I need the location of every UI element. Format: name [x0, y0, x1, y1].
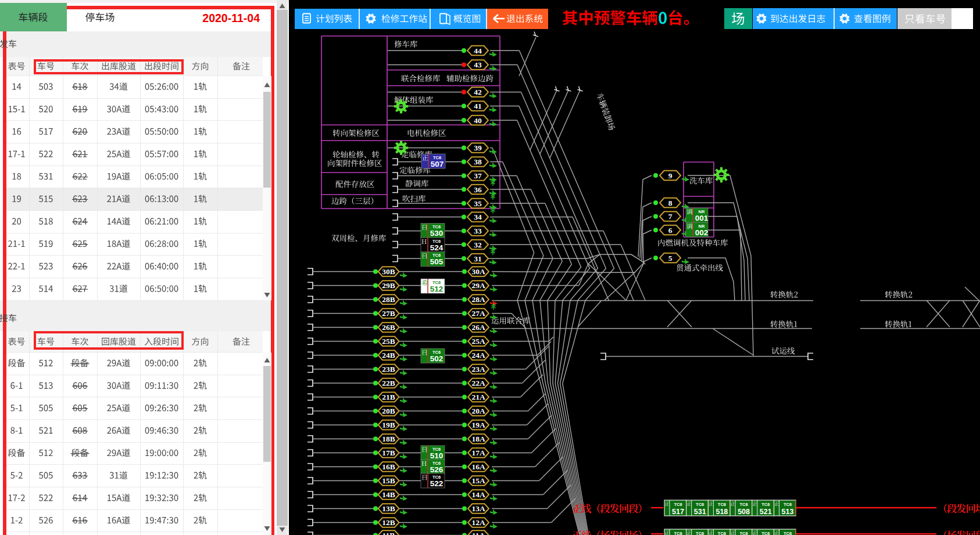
svg-text:15B: 15B [382, 476, 395, 485]
svg-text:13A: 13A [471, 504, 485, 513]
svg-text:TC6: TC6 [761, 531, 770, 535]
svg-text:23B: 23B [382, 365, 395, 374]
svg-text:24B: 24B [382, 351, 395, 360]
svg-text:TC6: TC6 [740, 502, 748, 507]
svg-text:27A: 27A [471, 309, 485, 318]
svg-text:002: 002 [695, 228, 709, 237]
svg-text:34: 34 [474, 213, 482, 221]
svg-text:19A: 19A [471, 421, 485, 429]
svg-text:517: 517 [672, 508, 684, 516]
svg-text:6: 6 [668, 226, 673, 235]
svg-text:21B: 21B [382, 393, 395, 401]
svg-text:22A: 22A [471, 379, 485, 387]
svg-text:13B: 13B [382, 504, 395, 513]
svg-text:508: 508 [738, 508, 750, 516]
svg-text:510: 510 [430, 451, 443, 460]
svg-text:14A: 14A [471, 490, 485, 499]
svg-text:39: 39 [474, 143, 482, 152]
svg-text:TC6: TC6 [674, 531, 682, 535]
svg-text:502: 502 [430, 354, 443, 363]
svg-text:31: 31 [474, 254, 482, 263]
svg-text:42: 42 [474, 88, 482, 96]
svg-text:505: 505 [430, 257, 443, 266]
svg-text:16B: 16B [382, 462, 395, 471]
svg-text:TC6: TC6 [784, 531, 792, 535]
svg-text:20A: 20A [471, 407, 485, 415]
svg-text:512: 512 [430, 285, 443, 293]
svg-text:17A: 17A [471, 448, 485, 457]
svg-text:TC6: TC6 [740, 531, 748, 535]
svg-text:TC6: TC6 [674, 502, 682, 507]
svg-text:TC6: TC6 [784, 502, 792, 507]
svg-text:25B: 25B [382, 337, 395, 346]
svg-text:30A: 30A [471, 267, 485, 276]
svg-text:518: 518 [716, 508, 728, 516]
svg-text:27B: 27B [382, 309, 395, 318]
svg-text:26A: 26A [471, 323, 485, 332]
svg-text:TC6: TC6 [718, 531, 726, 535]
svg-text:35: 35 [474, 199, 482, 208]
svg-text:2020-11-04: 2020-11-04 [202, 12, 260, 24]
svg-text:20B: 20B [382, 407, 395, 415]
svg-text:513: 513 [782, 508, 794, 516]
svg-text:22B: 22B [382, 379, 395, 387]
svg-text:522: 522 [430, 479, 443, 488]
svg-text:26B: 26B [382, 323, 395, 332]
svg-text:TC6: TC6 [696, 502, 704, 507]
svg-text:7: 7 [668, 212, 673, 221]
svg-text:28A: 28A [471, 295, 485, 304]
svg-text:24A: 24A [471, 351, 485, 360]
svg-text:14B: 14B [382, 490, 395, 499]
svg-text:521: 521 [760, 508, 772, 516]
svg-text:12B: 12B [382, 518, 395, 527]
svg-text:18B: 18B [382, 435, 395, 443]
svg-text:TC6: TC6 [761, 502, 770, 507]
svg-text:5: 5 [668, 254, 673, 263]
svg-text:507: 507 [431, 160, 444, 168]
svg-text:11A: 11A [472, 531, 485, 535]
svg-text:17B: 17B [382, 448, 395, 457]
svg-text:36: 36 [474, 185, 482, 194]
svg-text:37: 37 [474, 171, 482, 180]
svg-text:531: 531 [694, 508, 706, 516]
svg-text:524: 524 [430, 243, 443, 252]
svg-text:526: 526 [430, 465, 443, 474]
svg-text:30B: 30B [382, 267, 395, 276]
svg-text:19B: 19B [382, 421, 395, 429]
svg-text:28B: 28B [382, 295, 395, 304]
svg-text:15A: 15A [471, 476, 485, 485]
svg-text:44: 44 [474, 46, 482, 55]
svg-text:530: 530 [430, 229, 443, 238]
svg-text:29B: 29B [382, 281, 395, 290]
svg-text:9: 9 [668, 171, 673, 180]
svg-text:8: 8 [668, 199, 673, 207]
svg-text:41: 41 [474, 102, 482, 110]
svg-text:33: 33 [474, 227, 482, 235]
svg-text:001: 001 [695, 214, 709, 222]
svg-text:40: 40 [474, 116, 482, 125]
svg-text:32: 32 [474, 240, 482, 249]
svg-text:TC6: TC6 [718, 502, 726, 507]
svg-text:18A: 18A [471, 435, 485, 443]
svg-text:43: 43 [474, 60, 482, 69]
svg-text:38: 38 [474, 157, 482, 166]
svg-text:12A: 12A [471, 518, 485, 527]
svg-text:29A: 29A [471, 281, 485, 290]
svg-text:11B: 11B [382, 531, 395, 535]
svg-text:25A: 25A [471, 337, 485, 346]
svg-text:16A: 16A [471, 462, 485, 471]
svg-text:23A: 23A [471, 365, 485, 374]
svg-text:TC6: TC6 [696, 531, 704, 535]
svg-text:21A: 21A [471, 393, 485, 401]
